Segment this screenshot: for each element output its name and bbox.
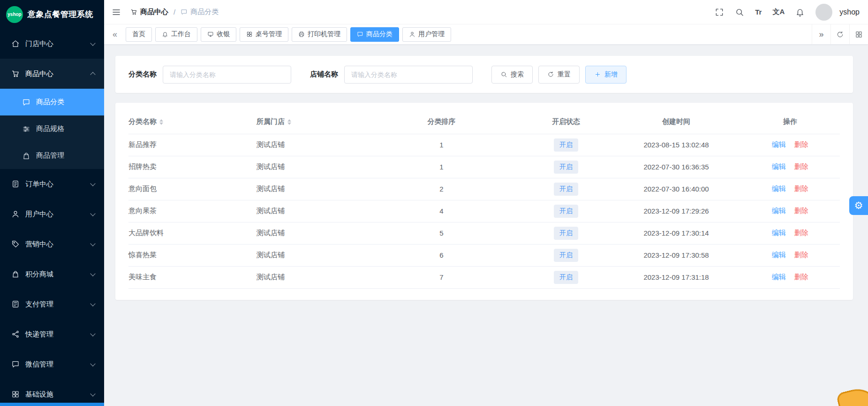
column-header-sort-order: 分类排序	[363, 110, 520, 134]
category-name-input[interactable]	[163, 66, 291, 84]
sliders-icon	[22, 125, 30, 133]
created-time: 2023-12-09 17:30:14	[643, 229, 709, 237]
search-icon[interactable]	[735, 8, 744, 17]
monitor-icon	[207, 31, 214, 38]
avatar[interactable]	[815, 4, 832, 21]
tabs-scroll-left-icon[interactable]: «	[104, 24, 126, 44]
sort-icon[interactable]	[159, 119, 163, 125]
category-name: 招牌热卖	[128, 162, 157, 170]
created-time: 2023-12-09 17:29:26	[643, 207, 709, 215]
chevron-down-icon	[90, 181, 95, 186]
category-name: 大品牌饮料	[128, 229, 164, 237]
store-name: 测试店铺	[257, 162, 285, 170]
tag-icon	[11, 240, 20, 248]
breadcrumb-label: 商品中心	[140, 8, 168, 16]
cell-category-name: 意向果茶	[128, 200, 257, 222]
delete-link[interactable]: 删除	[794, 273, 808, 281]
cell-actions: 编辑删除	[740, 178, 840, 200]
settings-gear-button[interactable]: ⚙	[849, 196, 868, 215]
column-label: 操作	[783, 117, 797, 125]
delete-link[interactable]: 删除	[794, 251, 808, 259]
sidebar-item-order-center[interactable]: 订单中心	[0, 169, 104, 199]
breadcrumb-label: 商品分类	[190, 8, 219, 16]
tabs-menu-icon[interactable]	[849, 24, 868, 44]
delete-link[interactable]: 删除	[794, 184, 808, 192]
delete-link[interactable]: 删除	[794, 162, 808, 170]
delete-link[interactable]: 删除	[794, 229, 808, 237]
fullscreen-icon[interactable]	[715, 8, 724, 17]
table-row: 新品推荐 测试店铺 1 开启 2023-08-15 13:02:48 编辑删除	[128, 134, 840, 156]
edit-link[interactable]: 编辑	[772, 184, 786, 192]
translate-icon[interactable]: 文A	[772, 8, 785, 16]
edit-link[interactable]: 编辑	[772, 229, 786, 237]
sidebar-item-wechat-manage[interactable]: 微信管理	[0, 349, 104, 379]
cart-icon	[130, 8, 137, 15]
sidebar-item-payment-manage[interactable]: 支付管理	[0, 289, 104, 319]
sidebar-item-product-category[interactable]: 商品分类	[0, 89, 104, 115]
sidebar-item-points-mall[interactable]: 积分商城	[0, 259, 104, 289]
user-icon	[409, 31, 415, 38]
sidebar-menu: 门店中心 商品中心 商品分类 商品规格	[0, 29, 104, 406]
edit-link[interactable]: 编辑	[772, 273, 786, 281]
font-size-icon[interactable]: Tr	[755, 8, 762, 16]
bag-icon	[22, 152, 30, 160]
sort-order-value: 1	[439, 141, 443, 149]
refresh-icon[interactable]	[830, 24, 849, 44]
column-header-store[interactable]: 所属门店	[257, 110, 363, 134]
sidebar-item-marketing-center[interactable]: 营销中心	[0, 229, 104, 259]
column-header-status: 开启状态	[520, 110, 612, 134]
table-panel: 分类名称 所属门店 分类排序 开启状态 创建时间 操作 新品推荐 测试店铺	[115, 103, 853, 300]
grid-icon	[11, 390, 20, 398]
column-label: 分类名称	[128, 117, 157, 125]
sidebar-item-express-manage[interactable]: 快递管理	[0, 319, 104, 349]
tab-workbench[interactable]: 工作台	[155, 27, 197, 42]
tab-label: 首页	[132, 30, 145, 38]
tab-cashier[interactable]: 收银	[201, 27, 236, 42]
cell-store: 测试店铺	[257, 156, 363, 178]
status-badge: 开启	[554, 271, 578, 284]
sidebar-item-product-spec[interactable]: 商品规格	[0, 115, 104, 142]
tab-table-manage[interactable]: 桌号管理	[240, 27, 288, 42]
user-name[interactable]: yshop	[839, 8, 860, 16]
sort-icon[interactable]	[287, 119, 291, 125]
bell-icon[interactable]	[795, 8, 805, 17]
column-header-actions: 操作	[740, 110, 840, 134]
table-row: 意向果茶 测试店铺 4 开启 2023-12-09 17:29:26 编辑删除	[128, 200, 840, 222]
cell-store: 测试店铺	[257, 134, 363, 156]
breadcrumb-item-product-center[interactable]: 商品中心	[130, 8, 168, 16]
cell-store: 测试店铺	[257, 244, 363, 266]
edit-link[interactable]: 编辑	[772, 251, 786, 259]
edit-link[interactable]: 编辑	[772, 140, 786, 148]
delete-link[interactable]: 删除	[794, 140, 808, 148]
sidebar-item-infrastructure[interactable]: 基础设施	[0, 379, 104, 406]
column-label: 开启状态	[552, 117, 580, 125]
tab-product-category[interactable]: 商品分类	[350, 27, 399, 42]
edit-link[interactable]: 编辑	[772, 207, 786, 214]
table-row: 美味主食 测试店铺 7 开启 2023-12-09 17:31:18 编辑删除	[128, 266, 840, 288]
reset-button[interactable]: 重置	[538, 66, 580, 84]
tabs-scroll-right-icon[interactable]: »	[812, 24, 830, 44]
cell-store: 测试店铺	[257, 178, 363, 200]
sidebar-item-store-center[interactable]: 门店中心	[0, 29, 104, 59]
sidebar-item-product-manage[interactable]: 商品管理	[0, 142, 104, 169]
search-icon	[500, 71, 507, 78]
delete-link[interactable]: 删除	[794, 207, 808, 214]
store-name: 测试店铺	[257, 251, 285, 259]
edit-link[interactable]: 编辑	[772, 162, 786, 170]
sidebar-item-user-center[interactable]: 用户中心	[0, 199, 104, 229]
hamburger-menu-icon[interactable]	[112, 8, 121, 17]
tabs-bar: « 首页 工作台 收银 桌号管理 打	[104, 24, 868, 45]
search-button[interactable]: 搜索	[491, 66, 533, 84]
gear-icon: ⚙	[854, 200, 863, 211]
tab-home[interactable]: 首页	[126, 27, 152, 42]
column-header-category-name[interactable]: 分类名称	[128, 110, 257, 134]
sort-order-value: 7	[439, 273, 443, 281]
store-name-input[interactable]	[344, 66, 473, 84]
add-button[interactable]: 新增	[585, 66, 626, 84]
store-name: 测试店铺	[257, 273, 285, 281]
chat-icon	[357, 31, 363, 38]
tab-user-manage[interactable]: 用户管理	[402, 27, 451, 42]
sidebar-item-product-center[interactable]: 商品中心	[0, 59, 104, 89]
tab-printer-manage[interactable]: 打印机管理	[292, 27, 347, 42]
store-name: 测试店铺	[257, 207, 285, 214]
